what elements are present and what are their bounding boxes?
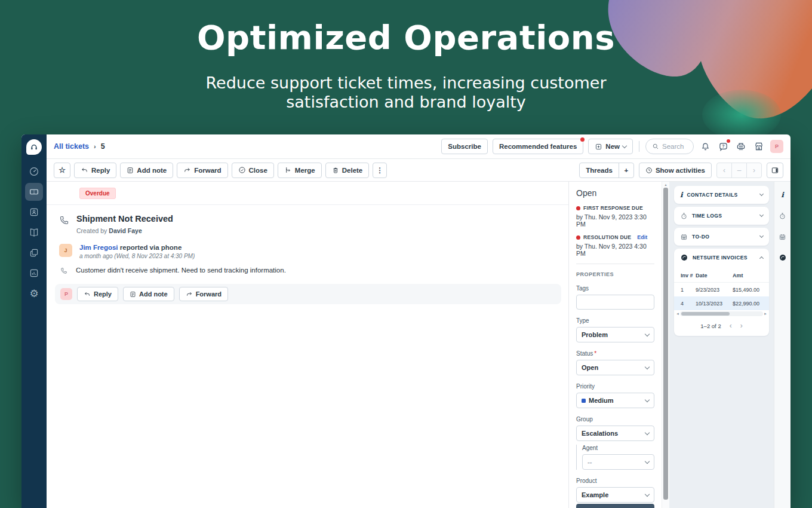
freshdesk-logo[interactable] bbox=[26, 139, 42, 155]
resolution-due-value: by Thu. Nov 9, 2023 4:30 PM bbox=[576, 243, 654, 257]
subscribe-button[interactable]: Subscribe bbox=[441, 139, 488, 154]
sender-name-link[interactable]: Jim Fregosi bbox=[79, 244, 118, 251]
netsuite-icon bbox=[680, 253, 688, 262]
netsuite-invoices-header[interactable]: NETSUITE INVOICES bbox=[674, 249, 769, 267]
main-column: All tickets › 5 Subscribe Recommended fe… bbox=[47, 134, 791, 508]
help-button[interactable]: ? bbox=[716, 140, 730, 153]
sidebar-item-admin[interactable]: ⚙ bbox=[25, 284, 43, 302]
properties-panel: Open FIRST RESPONSE DUE by Thu. Nov 9, 2… bbox=[568, 182, 662, 508]
scrollbar-thumb[interactable] bbox=[663, 188, 668, 500]
invoice-row[interactable]: 1 9/23/2023 $15,490.00 bbox=[674, 283, 769, 296]
phone-channel-icon bbox=[60, 267, 67, 274]
collapse-panel-button[interactable] bbox=[767, 163, 783, 178]
more-actions-button[interactable]: ⋮ bbox=[373, 163, 387, 178]
note-icon bbox=[127, 167, 134, 174]
pagination-text: 1–2 of 2 bbox=[700, 323, 721, 329]
sidebar-item-analytics[interactable] bbox=[25, 264, 43, 282]
prev-ticket-button[interactable]: ‹ bbox=[716, 163, 732, 178]
contact-details-header[interactable]: i CONTACT DETAILS bbox=[674, 186, 769, 204]
add-note-button[interactable]: Add note bbox=[120, 163, 173, 178]
phone-icon bbox=[59, 215, 69, 225]
reply-button[interactable]: Reply bbox=[74, 163, 116, 178]
due-dot-icon bbox=[576, 206, 580, 210]
agent-avatar: P bbox=[60, 288, 72, 300]
strip-todo[interactable] bbox=[774, 228, 791, 246]
next-ticket-button[interactable]: › bbox=[746, 163, 762, 178]
add-thread-button[interactable]: + bbox=[619, 163, 634, 178]
priority-color-icon bbox=[582, 399, 586, 403]
invoices-horizontal-scrollbar[interactable]: ◂ ▸ bbox=[675, 311, 768, 317]
edit-resolution-link[interactable]: Edit bbox=[637, 234, 647, 240]
strip-netsuite[interactable] bbox=[774, 249, 791, 267]
search-input[interactable] bbox=[662, 143, 687, 150]
threads-button[interactable]: Threads bbox=[579, 163, 619, 178]
user-avatar[interactable]: P bbox=[770, 140, 783, 153]
merge-button[interactable]: Merge bbox=[278, 163, 322, 178]
breadcrumb-separator: › bbox=[94, 143, 96, 150]
message-timestamp: a month ago (Wed, 8 Nov 2023 at 4:30 PM) bbox=[79, 253, 195, 259]
show-activities-button[interactable]: Show activities bbox=[639, 163, 712, 178]
delete-button[interactable]: Delete bbox=[325, 163, 370, 178]
field-group: Group Escalations bbox=[576, 416, 654, 441]
invoices-prev-button[interactable]: ‹ bbox=[730, 322, 732, 329]
group-select[interactable]: Escalations bbox=[576, 426, 654, 441]
invoice-row-selected[interactable]: 4 10/13/2023 $22,990.00 bbox=[674, 296, 769, 310]
time-logs-header[interactable]: TIME LOGS bbox=[674, 207, 769, 225]
channels-icon bbox=[29, 247, 39, 258]
search-box[interactable] bbox=[645, 139, 694, 154]
forward-button[interactable]: Forward bbox=[177, 163, 227, 178]
hscroll-thumb[interactable] bbox=[681, 312, 730, 316]
sidebar-item-contacts[interactable] bbox=[25, 203, 43, 221]
quick-forward-button[interactable]: Forward bbox=[179, 287, 228, 301]
field-agent: Agent -- bbox=[582, 445, 654, 470]
recommended-features-button[interactable]: Recommended features bbox=[493, 139, 583, 154]
notifications-button[interactable] bbox=[699, 140, 712, 153]
contact-details-card: i CONTACT DETAILS bbox=[674, 186, 769, 204]
star-button[interactable]: ☆ bbox=[54, 163, 70, 178]
quick-add-note-button[interactable]: Add note bbox=[123, 287, 174, 301]
status-select[interactable]: Open bbox=[576, 360, 654, 375]
marketplace-button[interactable] bbox=[752, 140, 765, 153]
product-select[interactable]: Example bbox=[576, 487, 654, 503]
breadcrumb-all-tickets[interactable]: All tickets bbox=[54, 142, 89, 151]
chevron-down-icon bbox=[645, 397, 650, 402]
todo-header[interactable]: TO-DO bbox=[674, 228, 769, 246]
scroll-right-arrow[interactable]: ▸ bbox=[763, 311, 768, 316]
storefront-icon bbox=[753, 141, 764, 152]
tags-input[interactable] bbox=[576, 295, 654, 310]
new-button[interactable]: New bbox=[588, 139, 633, 154]
invoices-next-button[interactable]: › bbox=[740, 322, 743, 329]
stopwatch-icon bbox=[779, 212, 786, 220]
properties-bottom-widget bbox=[576, 504, 654, 508]
agent-select[interactable]: -- bbox=[582, 454, 654, 470]
close-button[interactable]: Close bbox=[232, 163, 274, 178]
strip-contact-details[interactable]: i bbox=[774, 186, 791, 204]
field-priority: Priority Medium bbox=[576, 383, 654, 408]
divider bbox=[639, 141, 639, 152]
trash-icon bbox=[332, 167, 339, 174]
analytics-icon bbox=[29, 268, 39, 279]
message-header: Jim Fregosi reported via phone bbox=[79, 244, 195, 251]
merge-icon bbox=[284, 166, 292, 174]
first-response-due-value: by Thu. Nov 9, 2023 3:30 PM bbox=[576, 213, 654, 228]
check-circle-icon bbox=[238, 166, 246, 174]
panel-toggle-icon bbox=[771, 166, 779, 175]
scroll-left-arrow[interactable]: ◂ bbox=[675, 311, 680, 316]
sidebar-item-dashboard[interactable] bbox=[25, 163, 43, 180]
ticket-position: – bbox=[731, 163, 747, 178]
app-window: ⚙ All tickets › 5 Subscribe Recommended … bbox=[21, 134, 791, 508]
overdue-badge: Overdue bbox=[79, 188, 116, 199]
sidebar-item-tickets[interactable] bbox=[25, 183, 43, 201]
gear-icon: ⚙ bbox=[29, 289, 38, 299]
dashboard-icon bbox=[29, 166, 39, 177]
print-button[interactable] bbox=[734, 140, 748, 153]
strip-time-logs[interactable] bbox=[774, 207, 791, 225]
quick-reply-button[interactable]: Reply bbox=[77, 287, 118, 301]
sidebar-item-channels[interactable] bbox=[25, 244, 43, 262]
scroll-up-arrow[interactable]: ▴ bbox=[662, 182, 669, 186]
sidebar-item-solutions[interactable] bbox=[25, 224, 43, 241]
priority-select[interactable]: Medium bbox=[576, 393, 654, 408]
type-select[interactable]: Problem bbox=[576, 327, 654, 342]
widgets-panel: i CONTACT DETAILS TIME LOGS bbox=[669, 182, 774, 508]
properties-scrollbar[interactable]: ▴ bbox=[662, 182, 669, 508]
